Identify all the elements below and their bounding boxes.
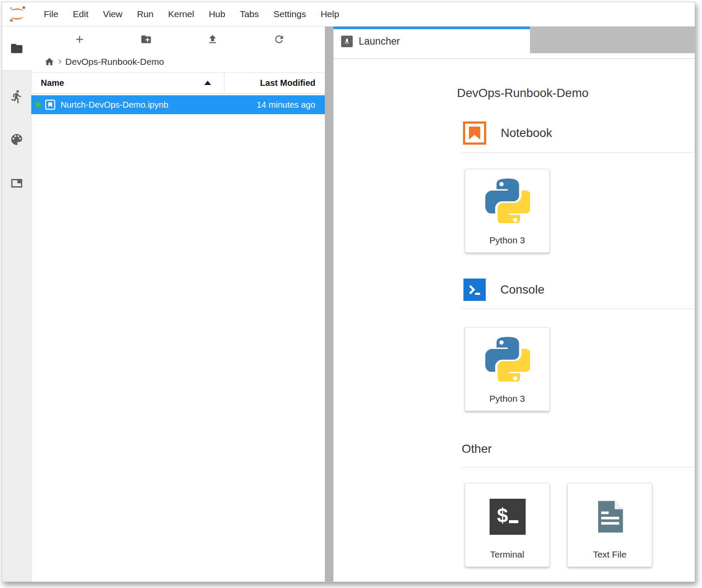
notebook-icon — [45, 99, 56, 110]
breadcrumb-current-folder[interactable]: DevOps-Runbook-Demo — [65, 57, 164, 67]
file-list-header: Name Last Modified — [31, 72, 325, 94]
section-console-label: Console — [500, 283, 545, 297]
launcher-card-console-python3[interactable]: Python 3 — [465, 327, 550, 411]
menu-edit[interactable]: Edit — [66, 9, 96, 19]
notebook-orange-icon — [463, 121, 486, 145]
launcher-panel: DevOps-Runbook-Demo Notebook Python 3 — [333, 59, 695, 582]
section-notebook: Notebook — [463, 121, 552, 145]
sidebar-tab-command-palette[interactable] — [2, 124, 31, 155]
new-launcher-button[interactable] — [71, 30, 88, 48]
menu-tabs[interactable]: Tabs — [233, 9, 266, 19]
section-divider — [462, 309, 694, 309]
refresh-icon — [273, 33, 285, 45]
tab-bar-bottom-border — [333, 53, 695, 59]
file-last-modified: 14 minutes ago — [257, 100, 325, 110]
menu-bar: File Edit View Run Kernel Hub Tabs Setti… — [2, 2, 695, 27]
menu-settings[interactable]: Settings — [266, 9, 313, 19]
menu-run[interactable]: Run — [130, 9, 161, 19]
breadcrumb-separator: › — [58, 56, 61, 67]
tab-launcher[interactable]: Launcher — [333, 27, 530, 53]
home-icon — [44, 57, 54, 67]
menu-help[interactable]: Help — [313, 9, 346, 19]
plus-icon — [74, 33, 85, 45]
dock-tab-bar: Launcher — [333, 27, 695, 53]
kernel-running-dot — [36, 102, 41, 107]
menu-view[interactable]: View — [96, 9, 130, 19]
sidebar-tab-file-browser[interactable] — [2, 33, 31, 64]
jupyterlab-window: File Edit View Run Kernel Hub Tabs Setti… — [2, 2, 695, 582]
folder-icon — [10, 42, 24, 55]
column-header-last-modified[interactable]: Last Modified — [224, 73, 325, 93]
file-browser-panel: › DevOps-Runbook-Demo Name Last Modified — [31, 27, 325, 582]
text-file-icon — [592, 499, 628, 535]
jupyter-logo-icon — [7, 6, 27, 23]
panel-splitter[interactable] — [325, 27, 333, 582]
tabs-icon — [9, 176, 24, 191]
card-label-terminal: Terminal — [465, 549, 549, 560]
launcher-card-notebook-python3[interactable]: Python 3 — [465, 169, 550, 253]
folder-plus-icon — [140, 33, 152, 45]
refresh-button[interactable] — [271, 30, 288, 48]
breadcrumb-home[interactable] — [44, 57, 54, 67]
section-divider — [462, 152, 694, 153]
sidebar-tab-open-tabs[interactable] — [2, 168, 31, 198]
menu-file[interactable]: File — [36, 9, 66, 19]
activity-sidebar — [2, 27, 31, 582]
palette-icon — [9, 132, 24, 147]
rocket-icon — [341, 36, 353, 47]
sidebar-tab-running-sessions[interactable] — [2, 82, 31, 112]
upload-button[interactable] — [204, 30, 221, 48]
menu-kernel[interactable]: Kernel — [161, 9, 202, 19]
sort-ascending-icon — [204, 81, 211, 85]
tab-launcher-label: Launcher — [359, 36, 400, 47]
menu-hub[interactable]: Hub — [201, 9, 233, 19]
column-name-label: Name — [41, 78, 64, 88]
breadcrumb: › DevOps-Runbook-Demo — [31, 52, 325, 72]
section-other-label: Other — [462, 442, 492, 456]
section-notebook-label: Notebook — [501, 126, 552, 140]
card-label-python3-notebook: Python 3 — [465, 235, 549, 246]
python-logo — [485, 337, 530, 382]
launcher-card-text-file[interactable]: Text File — [567, 483, 652, 567]
section-divider — [462, 467, 694, 467]
column-header-name[interactable]: Name — [31, 73, 224, 93]
file-name: Nurtch-DevOps-Demo.ipynb — [61, 100, 168, 110]
terminal-icon: $ — [490, 499, 526, 535]
card-label-text-file: Text File — [568, 549, 652, 560]
column-last-modified-label: Last Modified — [260, 78, 315, 88]
file-row-selected[interactable]: Nurtch-DevOps-Demo.ipynb 14 minutes ago — [31, 95, 325, 114]
file-browser-toolbar — [31, 27, 325, 52]
launcher-cwd-title: DevOps-Runbook-Demo — [457, 86, 589, 100]
card-label-python3-console: Python 3 — [465, 394, 549, 404]
upload-icon — [207, 33, 218, 45]
console-blue-icon — [463, 279, 486, 301]
python-logo — [485, 179, 530, 223]
launcher-card-terminal[interactable]: $ Terminal — [465, 483, 550, 567]
section-other: Other — [462, 442, 492, 456]
new-folder-button[interactable] — [137, 30, 154, 48]
main-dock-area: Launcher DevOps-Runbook-Demo Notebook — [333, 27, 695, 582]
running-man-icon — [9, 89, 24, 104]
section-console: Console — [463, 279, 545, 301]
